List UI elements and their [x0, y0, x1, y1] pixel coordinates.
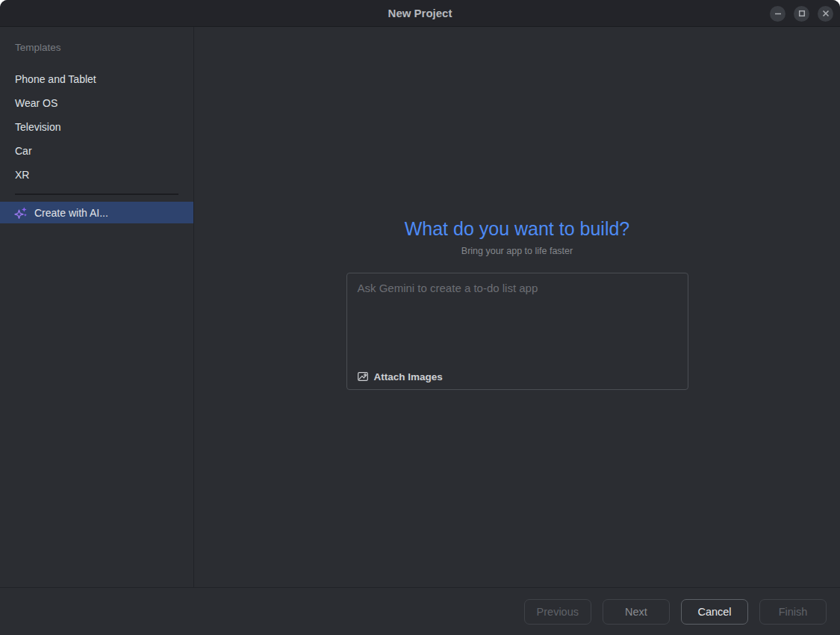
- window-title: New Project: [388, 7, 452, 19]
- create-with-ai-panel: What do you want to build? Bring your ap…: [194, 27, 840, 587]
- sidebar-item-label: Create with AI...: [34, 207, 108, 219]
- prompt-box: Attach Images: [346, 273, 688, 390]
- template-list: Phone and Tablet Wear OS Television Car …: [0, 67, 193, 187]
- next-button[interactable]: Next: [603, 599, 670, 625]
- close-button[interactable]: [818, 6, 833, 22]
- wizard-footer: Previous Next Cancel Finish: [0, 587, 840, 635]
- sidebar-item-create-with-ai[interactable]: Create with AI...: [0, 202, 193, 223]
- window-controls: [770, 0, 833, 27]
- minimize-button[interactable]: [770, 6, 785, 22]
- previous-button[interactable]: Previous: [524, 599, 591, 625]
- minimize-icon: [774, 10, 782, 17]
- close-icon: [822, 10, 830, 17]
- templates-sidebar: Templates Phone and Tablet Wear OS Telev…: [0, 27, 194, 587]
- attach-images-button[interactable]: Attach Images: [354, 369, 446, 384]
- sidebar-item-car[interactable]: Car: [0, 139, 193, 163]
- dialog-body: Templates Phone and Tablet Wear OS Telev…: [0, 27, 840, 587]
- sidebar-item-xr[interactable]: XR: [0, 163, 193, 187]
- image-icon: [357, 371, 369, 382]
- gemini-sparkle-icon: [14, 206, 28, 220]
- finish-button[interactable]: Finish: [759, 599, 827, 625]
- sidebar-header: Templates: [15, 42, 193, 53]
- page-subtitle: Bring your app to life faster: [461, 246, 573, 256]
- cancel-button[interactable]: Cancel: [681, 599, 748, 625]
- sidebar-item-wear-os[interactable]: Wear OS: [0, 91, 193, 115]
- titlebar: New Project: [0, 0, 840, 27]
- new-project-dialog: New Project Templates: [0, 0, 840, 635]
- page-title: What do you want to build?: [405, 218, 630, 240]
- sidebar-item-phone-and-tablet[interactable]: Phone and Tablet: [0, 67, 193, 91]
- maximize-button[interactable]: [794, 6, 809, 22]
- maximize-icon: [798, 10, 806, 17]
- sidebar-item-television[interactable]: Television: [0, 115, 193, 139]
- attach-images-label: Attach Images: [374, 371, 443, 382]
- sidebar-divider: [15, 193, 178, 195]
